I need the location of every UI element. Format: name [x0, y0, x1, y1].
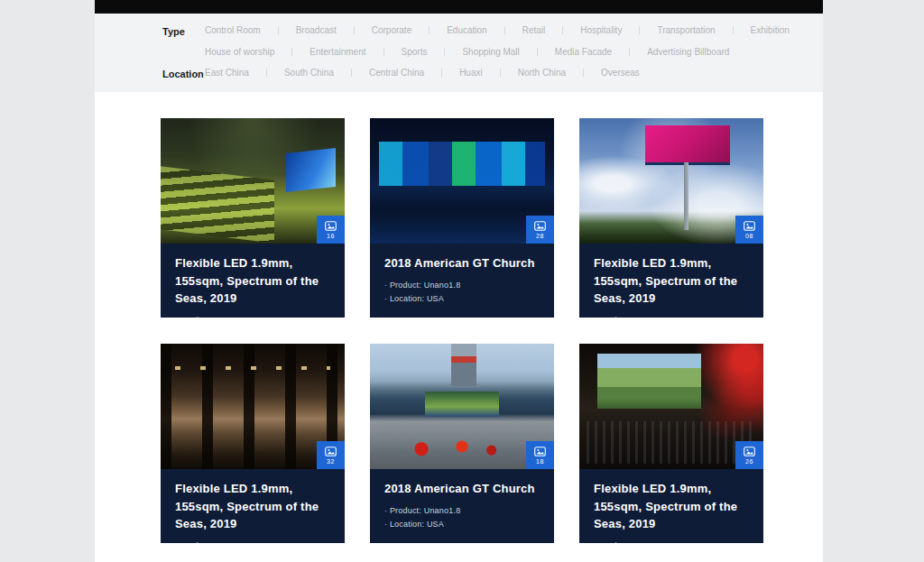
filter-divider	[500, 69, 501, 77]
project-info-panel: Flexible LED 1.9mm, 155sqm, Spectrum of …	[161, 244, 345, 318]
photo-count: 16	[327, 233, 335, 239]
project-card[interactable]: 16 Flexible LED 1.9mm, 155sqm, Spectrum …	[161, 118, 345, 318]
project-product: · Product: Unano1.8	[384, 279, 540, 293]
filter-divider	[354, 26, 355, 34]
filter-divider	[383, 48, 384, 56]
filter-divider	[733, 26, 734, 34]
filter-item[interactable]: North China	[518, 68, 566, 78]
filter-divider	[351, 69, 352, 77]
photo-count-badge[interactable]: 08	[735, 216, 763, 244]
filter-item[interactable]: Education	[447, 25, 486, 35]
filter-divider	[429, 26, 430, 34]
project-title: Flexible LED 1.9mm, 155sqm, Spectrum of …	[594, 480, 749, 533]
project-card[interactable]: 32 Flexible LED 1.9mm, 155sqm, Spectrum …	[161, 344, 345, 543]
photo-count-badge[interactable]: 16	[317, 216, 345, 244]
top-bar	[95, 0, 823, 14]
project-title: 2018 American GT Church	[384, 480, 540, 498]
filter-divider	[537, 48, 538, 56]
filter-divider	[629, 48, 630, 56]
photo-count: 28	[536, 233, 544, 239]
filter-item[interactable]: Media Facade	[555, 47, 612, 57]
project-photo: 16	[161, 118, 345, 244]
filter-item[interactable]: Advertising Billboard	[647, 47, 729, 57]
project-photo: 18	[370, 344, 554, 469]
filter-item[interactable]: Entertainment	[310, 47, 365, 57]
filter-item[interactable]: Retail	[522, 25, 546, 35]
filter-divider	[504, 26, 505, 34]
project-product: · Product: Unano1.8	[175, 314, 330, 318]
filter-item[interactable]: Control Room	[205, 25, 261, 35]
project-info-panel: 2018 American GT Church · Product: Unano…	[370, 244, 554, 318]
project-info-panel: Flexible LED 1.9mm, 155sqm, Spectrum of …	[579, 469, 763, 543]
filter-divider	[562, 26, 563, 34]
photo-count: 08	[745, 233, 753, 239]
photo-count: 32	[327, 458, 335, 465]
filter-item[interactable]: Central China	[369, 68, 424, 78]
filter-divider	[291, 48, 292, 56]
project-details: · Product: Unano1.8 · Location: USA	[175, 314, 330, 318]
project-photo: 28	[370, 118, 554, 244]
project-info-panel: 2018 American GT Church · Product: Unano…	[370, 469, 554, 543]
type-filter-row-1: Control Room Broadcast Corporate Educati…	[205, 25, 823, 35]
image-icon	[744, 221, 755, 231]
project-card[interactable]: 08 Flexible LED 1.9mm, 155sqm, Spectrum …	[579, 118, 763, 318]
filter-item[interactable]: Transportation	[657, 25, 715, 35]
photo-count-badge[interactable]: 28	[526, 216, 554, 244]
filter-item[interactable]: East China	[205, 68, 249, 78]
filter-item[interactable]: South China	[284, 68, 334, 78]
project-card[interactable]: 18 2018 American GT Church · Product: Un…	[370, 344, 554, 543]
project-details: · Product: Unano1.8 · Location: USA	[594, 539, 749, 544]
photo-count: 26	[745, 458, 753, 465]
project-info-panel: Flexible LED 1.9mm, 155sqm, Spectrum of …	[579, 244, 763, 318]
project-grid: 16 Flexible LED 1.9mm, 155sqm, Spectrum …	[161, 118, 774, 543]
project-card[interactable]: 28 2018 American GT Church · Product: Un…	[370, 118, 554, 318]
location-filter-label: Location	[162, 68, 205, 79]
filter-divider	[639, 26, 640, 34]
location-filter-items: East China South China Central China Hua…	[205, 68, 823, 79]
filter-divider	[266, 69, 267, 77]
type-filter-row-2: House of worship Entertainment Sports Sh…	[205, 47, 823, 57]
image-icon	[534, 221, 546, 231]
filter-item[interactable]: Broadcast	[296, 25, 337, 35]
location-filter-group: Location East China South China Central …	[162, 68, 823, 79]
filter-item[interactable]: Hospitality	[580, 25, 622, 35]
project-photo: 08	[579, 118, 763, 244]
projects-section: 16 Flexible LED 1.9mm, 155sqm, Spectrum …	[95, 92, 823, 562]
photo-count-badge[interactable]: 32	[317, 441, 345, 469]
filter-divider	[441, 69, 442, 77]
photo-count-badge[interactable]: 26	[735, 441, 763, 469]
filter-divider	[278, 26, 279, 34]
project-title: Flexible LED 1.9mm, 155sqm, Spectrum of …	[594, 254, 749, 308]
filter-item[interactable]: Huaxi	[459, 68, 483, 78]
filter-item[interactable]: House of worship	[205, 47, 274, 57]
project-details: · Product: Unano1.8 · Location: USA	[384, 504, 540, 533]
project-product: · Product: Unano1.8	[384, 504, 540, 519]
image-icon	[325, 447, 337, 456]
filter-item[interactable]: Exhibition	[751, 25, 790, 35]
filter-section: Type Control Room Broadcast Corporate Ed…	[95, 14, 823, 92]
project-info-panel: Flexible LED 1.9mm, 155sqm, Spectrum of …	[161, 469, 345, 543]
type-filter-group: Type Control Room Broadcast Corporate Ed…	[162, 25, 823, 57]
type-filter-label: Type	[162, 25, 205, 57]
project-product: · Product: Unano1.8	[175, 539, 330, 544]
filter-item[interactable]: Sports	[402, 47, 428, 57]
project-photo: 32	[161, 344, 345, 469]
filter-item[interactable]: Shopping Mall	[462, 47, 519, 57]
image-icon	[534, 447, 546, 456]
type-filter-items: Control Room Broadcast Corporate Educati…	[205, 25, 823, 57]
project-title: 2018 American GT Church	[384, 254, 540, 272]
filter-item[interactable]: Corporate	[372, 25, 411, 35]
page-column: Type Control Room Broadcast Corporate Ed…	[95, 0, 823, 562]
project-card[interactable]: 26 Flexible LED 1.9mm, 155sqm, Spectrum …	[579, 344, 763, 543]
filter-divider	[444, 48, 445, 56]
project-location: · Location: USA	[384, 292, 540, 307]
project-details: · Product: Unano1.8 · Location: USA	[384, 279, 540, 308]
filter-divider	[583, 69, 584, 77]
photo-count-badge[interactable]: 18	[526, 441, 554, 469]
location-filter-row: East China South China Central China Hua…	[205, 68, 823, 78]
project-title: Flexible LED 1.9mm, 155sqm, Spectrum of …	[175, 480, 330, 533]
project-product: · Product: Unano1.8	[594, 314, 749, 318]
project-photo: 26	[579, 344, 763, 469]
filter-item[interactable]: Overseas	[601, 68, 640, 78]
image-icon	[744, 447, 755, 456]
